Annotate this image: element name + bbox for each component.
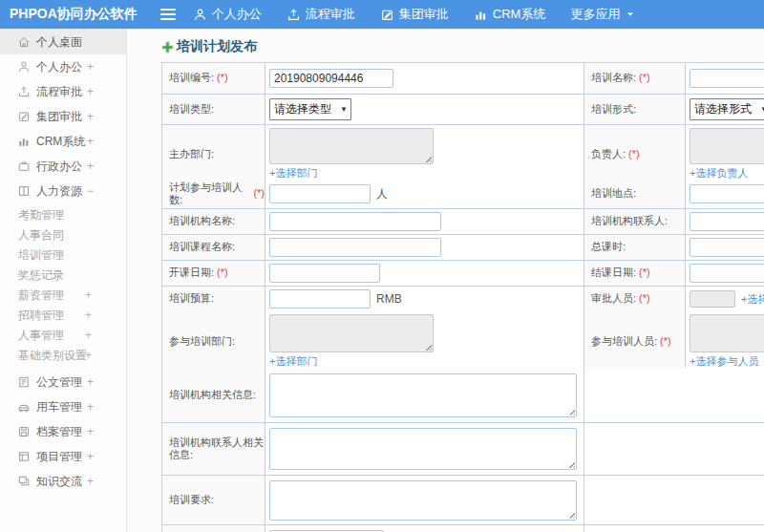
sidebar-subitem-salary-mgmt[interactable]: 薪资管理+ bbox=[0, 286, 126, 306]
expand-toggle[interactable]: + bbox=[87, 60, 94, 74]
nav-item-workflow-approval[interactable]: 流程审批 bbox=[286, 6, 355, 23]
org-related-info-textarea[interactable] bbox=[269, 373, 577, 417]
approver-label: 审批人员:(*) bbox=[584, 287, 686, 312]
expand-toggle[interactable]: + bbox=[87, 375, 94, 389]
org-contact-related-info-textarea[interactable] bbox=[269, 428, 577, 470]
nav-item-crm-system[interactable]: CRM系统 bbox=[474, 6, 546, 23]
expand-toggle[interactable]: + bbox=[87, 425, 94, 438]
doc-icon bbox=[17, 375, 31, 389]
expand-toggle[interactable]: + bbox=[87, 475, 94, 488]
approver-picker-link[interactable]: +选择审批人员 bbox=[741, 292, 764, 307]
user-icon bbox=[193, 8, 207, 22]
training-org-name-field bbox=[265, 209, 584, 235]
nav-item-group-approval[interactable]: 集团审批 bbox=[380, 6, 449, 23]
expand-toggle[interactable]: + bbox=[87, 110, 94, 123]
participants-picker-link[interactable]: +选择参与人员 bbox=[690, 354, 758, 369]
form-row: 开课日期:(*)结课日期:(*) bbox=[162, 261, 764, 287]
form-row: 培训预算:RMB审批人员:(*)+选择审批人员 bbox=[162, 287, 764, 311]
expand-toggle[interactable]: + bbox=[87, 160, 94, 173]
training-form-select-value: 请选择形式 bbox=[694, 101, 752, 117]
sidebar-subitem-hr-contract[interactable]: 人事合同 bbox=[0, 225, 126, 245]
expand-toggle[interactable]: + bbox=[85, 286, 92, 306]
expand-toggle[interactable]: + bbox=[87, 450, 94, 463]
end-date-field bbox=[686, 261, 764, 287]
training-budget-input[interactable] bbox=[269, 289, 371, 309]
participants-textarea[interactable] bbox=[690, 314, 764, 352]
training-type-select[interactable]: 请选择类型▼ bbox=[269, 98, 351, 120]
sidebar-item-workflow-approval[interactable]: 流程审批+ bbox=[0, 79, 126, 104]
training-budget-label: 培训预算: bbox=[162, 287, 265, 312]
training-location-label: 培训地点: bbox=[584, 180, 686, 209]
host-department-textarea[interactable] bbox=[269, 128, 434, 164]
project-icon bbox=[17, 450, 31, 463]
training-requirements-textarea[interactable] bbox=[269, 480, 577, 521]
start-date-input[interactable] bbox=[269, 264, 380, 283]
sidebar-item-label: 项目管理 bbox=[36, 449, 82, 465]
sidebar-subitem-personnel-mgmt[interactable]: 人事管理+ bbox=[0, 326, 126, 346]
participating-departments-picker-link[interactable]: +选择部门 bbox=[269, 354, 317, 369]
sidebar-item-label: 用车管理 bbox=[36, 399, 82, 415]
home-icon bbox=[17, 35, 31, 49]
sidebar-subitem-reward-punishment[interactable]: 奖惩记录 bbox=[0, 266, 126, 286]
training-org-contact-input[interactable] bbox=[690, 212, 764, 231]
sidebar-subitem-recruitment-mgmt[interactable]: 招聘管理+ bbox=[0, 306, 126, 326]
sidebar-item-human-resources[interactable]: 人力资源− bbox=[0, 179, 126, 203]
sidebar-item-vehicle-mgmt[interactable]: 用车管理+ bbox=[0, 394, 126, 419]
field-label-text: 培训机构联系人相关信息: bbox=[169, 436, 265, 461]
expand-toggle[interactable]: + bbox=[85, 326, 92, 346]
nav-item-more-apps[interactable]: 更多应用 bbox=[570, 6, 636, 23]
training-org-name-label: 培训机构名称: bbox=[162, 209, 265, 235]
training-org-name-input[interactable] bbox=[269, 212, 441, 231]
total-hours-input[interactable] bbox=[690, 238, 764, 257]
sidebar-subitem-attendance-mgmt[interactable]: 考勤管理 bbox=[0, 205, 126, 225]
sidebar-item-archive-mgmt[interactable]: 档案管理+ bbox=[0, 419, 126, 444]
training-org-contact-label: 培训机构联系人: bbox=[584, 209, 686, 235]
expand-toggle[interactable]: + bbox=[87, 85, 94, 98]
sidebar-subitem-base-category-settings[interactable]: 基础类别设置+ bbox=[0, 346, 126, 366]
nav-item-label: 更多应用 bbox=[570, 6, 620, 23]
total-hours-field bbox=[686, 235, 764, 261]
approver-input[interactable] bbox=[690, 290, 735, 308]
course-name-input[interactable] bbox=[269, 238, 441, 257]
person-in-charge-textarea[interactable] bbox=[690, 128, 764, 164]
hamburger-menu-icon[interactable] bbox=[160, 9, 176, 20]
org-related-info-field bbox=[265, 368, 584, 423]
training-number-field bbox=[265, 63, 584, 95]
training-number-input[interactable] bbox=[269, 69, 393, 88]
expand-toggle[interactable]: + bbox=[87, 400, 94, 414]
training-budget-field: RMB bbox=[265, 287, 584, 312]
sidebar-item-crm-system[interactable]: CRM系统+ bbox=[0, 129, 126, 154]
sidebar-item-knowledge-exchange[interactable]: 知识交流+ bbox=[0, 469, 126, 494]
training-form-select[interactable]: 请选择形式▼ bbox=[690, 98, 764, 120]
host-department-picker-link[interactable]: +选择部门 bbox=[269, 166, 317, 181]
sidebar-subitem-label: 基础类别设置 bbox=[18, 349, 87, 362]
approver-field: +选择审批人员 bbox=[686, 287, 764, 312]
sidebar-item-group-approval[interactable]: 集团审批+ bbox=[0, 104, 126, 129]
sidebar-item-personal-desktop[interactable]: 个人桌面 bbox=[0, 30, 126, 54]
sidebar-item-project-mgmt[interactable]: 项目管理+ bbox=[0, 444, 126, 469]
form-row: 培训机构名称:培训机构联系人: bbox=[162, 209, 764, 235]
person-in-charge-picker-link[interactable]: +选择负责人 bbox=[690, 166, 748, 181]
nav-item-personal-office[interactable]: 个人办公 bbox=[193, 6, 262, 23]
participating-departments-textarea[interactable] bbox=[269, 314, 434, 352]
form-row: 培训机构联系人相关信息: bbox=[162, 423, 764, 476]
expand-toggle[interactable]: + bbox=[87, 135, 94, 148]
training-location-input[interactable] bbox=[690, 184, 764, 203]
sidebar-item-personal-office[interactable]: 个人办公+ bbox=[0, 54, 126, 79]
required-mark: (*) bbox=[639, 292, 650, 305]
planned-participants-input[interactable] bbox=[269, 184, 371, 203]
expand-toggle[interactable]: + bbox=[85, 346, 92, 366]
expand-toggle[interactable]: + bbox=[85, 306, 92, 326]
field-label-text: 培训机构名称: bbox=[169, 215, 235, 227]
field-label-text: 培训形式: bbox=[591, 103, 636, 116]
end-date-input[interactable] bbox=[690, 264, 764, 283]
person-in-charge-field: +选择负责人 bbox=[686, 125, 764, 184]
sidebar-subitem-training-mgmt[interactable]: 培训管理 bbox=[0, 245, 126, 266]
training-name-input[interactable] bbox=[690, 69, 764, 88]
training-org-contact-field bbox=[686, 209, 764, 235]
sidebar-item-document-mgmt[interactable]: 公文管理+ bbox=[0, 370, 126, 394]
expand-toggle[interactable]: − bbox=[87, 184, 94, 198]
field-label-text: 参与培训部门: bbox=[169, 335, 235, 348]
sidebar-item-admin-office[interactable]: 行政办公+ bbox=[0, 154, 126, 179]
form-row: 培训机构相关信息: bbox=[162, 368, 764, 423]
